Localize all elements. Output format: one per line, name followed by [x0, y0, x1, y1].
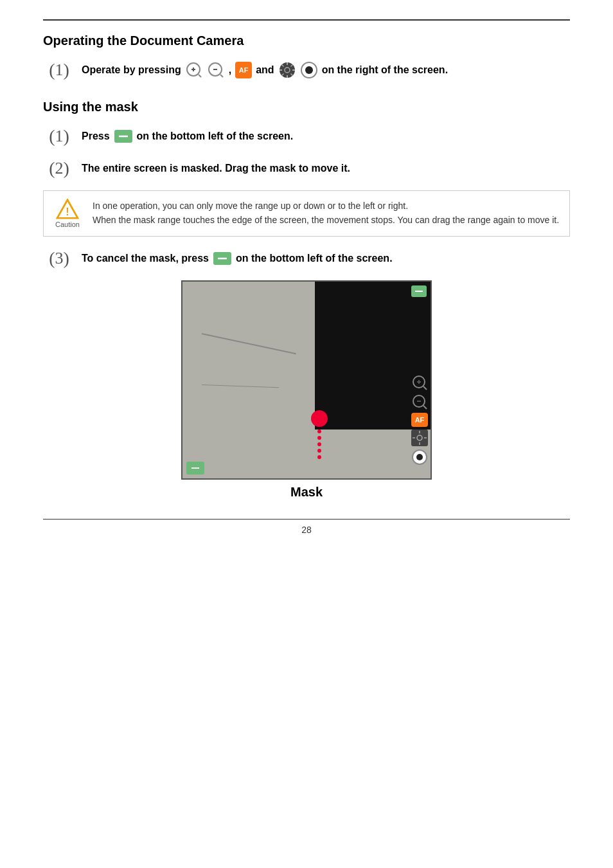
- top-divider: [43, 19, 570, 21]
- mask-step-2-text: The entire screen is masked. Drag the ma…: [82, 163, 350, 174]
- mask-handle[interactable]: [311, 410, 328, 459]
- record-icon: [300, 61, 318, 79]
- camera-preview: AF: [181, 280, 432, 480]
- bottom-divider: [43, 519, 570, 520]
- mask-step-number-3: (3): [43, 248, 75, 269]
- side-settings-icon[interactable]: [411, 429, 428, 446]
- dot-4: [317, 449, 321, 453]
- mask-caption: Mask: [290, 485, 323, 500]
- svg-point-40: [416, 454, 423, 460]
- mask-step-2-content: The entire screen is masked. Drag the ma…: [82, 163, 350, 174]
- diagonal-line-2: [202, 384, 279, 388]
- svg-line-32: [423, 406, 427, 409]
- svg-line-29: [423, 386, 427, 390]
- side-zoom-in-icon[interactable]: [411, 374, 428, 391]
- minus-icon-3: [213, 251, 232, 266]
- mask-step-1-content: Press on the bottom left of the screen.: [82, 129, 293, 143]
- comma-text: ,: [229, 64, 231, 76]
- step-number-1: (1): [43, 60, 75, 80]
- caution-label: Caution: [55, 221, 80, 228]
- section-operating: Operating the Document Camera (1) Operat…: [43, 33, 570, 80]
- section-using-mask: Using the mask (1) Press on the bottom l…: [43, 100, 570, 500]
- mask-handle-dots: [311, 429, 328, 459]
- side-record-icon[interactable]: [411, 449, 428, 466]
- svg-text:!: !: [66, 206, 69, 217]
- section-title-mask: Using the mask: [43, 100, 570, 114]
- and-text: and: [256, 64, 274, 76]
- zoom-in-icon: [185, 61, 203, 79]
- section-title-operating: Operating the Document Camera: [43, 33, 570, 48]
- mask-step-3: (3) To cancel the mask, press on the bot…: [43, 248, 570, 269]
- caution-icon-wrapper: ! Caution: [51, 199, 84, 228]
- svg-line-3: [199, 75, 201, 77]
- page: Operating the Document Camera (1) Operat…: [17, 0, 596, 868]
- mask-step-number-2: (2): [43, 158, 75, 179]
- bottom-minus-button[interactable]: [186, 462, 204, 475]
- mask-step-2: (2) The entire screen is masked. Drag th…: [43, 158, 570, 179]
- mask-step-1-text-after: on the bottom left of the screen.: [137, 131, 294, 142]
- caution-line-1: In one operation, you can only move the …: [93, 201, 408, 211]
- camera-preview-container: AF: [43, 280, 570, 500]
- side-af-button[interactable]: AF: [411, 413, 428, 427]
- caution-triangle-icon: !: [56, 199, 79, 219]
- step-1-content: Operate by pressing , AF and: [82, 61, 448, 79]
- dot-1: [317, 429, 321, 433]
- page-number: 28: [43, 525, 570, 535]
- step-1-text-after: on the right of the screen.: [322, 64, 448, 76]
- dot-3: [317, 442, 321, 446]
- mask-step-1-text-before: Press: [82, 131, 110, 142]
- dot-2: [317, 436, 321, 440]
- side-zoom-out-icon[interactable]: [411, 393, 428, 410]
- dot-5: [317, 455, 321, 459]
- step-1-operate: (1) Operate by pressing ,: [43, 60, 570, 80]
- af-icon: AF: [235, 62, 252, 78]
- bottom-minus-icon: [190, 464, 201, 472]
- zoom-out-icon: [207, 61, 225, 79]
- svg-point-18: [305, 66, 313, 74]
- minus-icon-1: [114, 129, 133, 143]
- svg-line-6: [220, 75, 223, 77]
- mask-step-3-text-before: To cancel the mask, press: [82, 253, 209, 264]
- step-1-text-before: Operate by pressing: [82, 64, 181, 76]
- settings-icon: [278, 61, 296, 79]
- mask-step-3-text-after: on the bottom left of the screen.: [236, 253, 393, 264]
- mask-step-1: (1) Press on the bottom left of the scre…: [43, 126, 570, 147]
- mask-step-3-content: To cancel the mask, press on the bottom …: [82, 251, 393, 266]
- diagonal-line-1: [202, 333, 296, 354]
- side-panel: AF: [409, 282, 431, 478]
- caution-text: In one operation, you can only move the …: [93, 199, 559, 228]
- mask-handle-circle: [311, 410, 328, 427]
- mask-step-number-1: (1): [43, 126, 75, 147]
- caution-line-2: When the mask range touches the edge of …: [93, 215, 559, 225]
- caution-box: ! Caution In one operation, you can only…: [43, 190, 570, 237]
